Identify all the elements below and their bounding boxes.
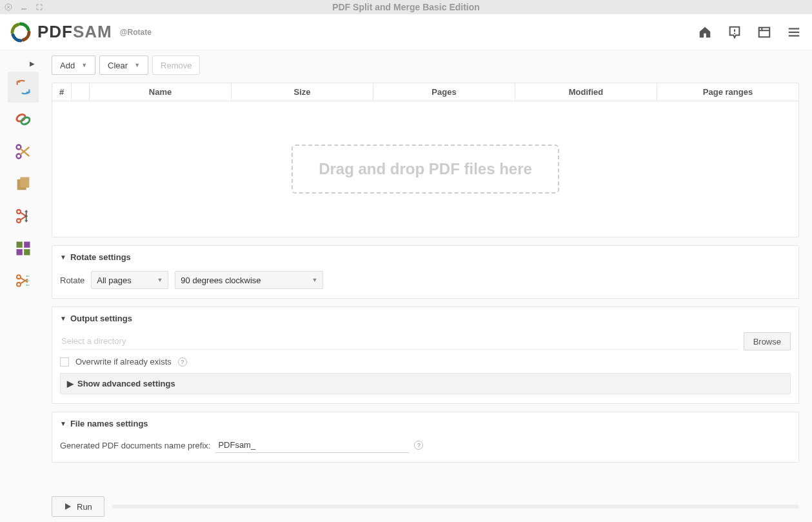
output-settings-panel: ▼ Output settings Browse Overwrite if al…	[52, 306, 799, 404]
sidebar-expand-icon[interactable]: ▶	[0, 55, 46, 71]
sidebar-extract[interactable]	[8, 168, 39, 199]
filenames-settings-panel: ▼ File names settings Generated PDF docu…	[52, 412, 799, 463]
overwrite-label: Overwrite if already exists	[75, 357, 172, 366]
file-table: # Name Size Pages Modified Page ranges D…	[52, 83, 799, 237]
col-modified[interactable]: Modified	[515, 83, 657, 101]
svg-rect-25	[24, 242, 30, 248]
rotate-pages-select[interactable]: All pages▼	[91, 271, 168, 289]
advanced-settings-toggle[interactable]: ▶ Show advanced settings	[60, 373, 791, 394]
footer: Run	[52, 496, 799, 517]
prefix-input[interactable]	[215, 437, 409, 453]
output-panel-toggle[interactable]: ▼ Output settings	[52, 307, 798, 330]
filenames-panel-toggle[interactable]: ▼ File names settings	[52, 412, 798, 435]
col-ranges[interactable]: Page ranges	[657, 83, 798, 101]
sidebar-alternate-mix[interactable]	[8, 233, 39, 264]
caret-down-icon: ▼	[157, 277, 163, 283]
browse-button[interactable]: Browse	[744, 332, 791, 350]
run-button[interactable]: Run	[52, 496, 104, 517]
titlebar: PDF Split and Merge Basic Edition	[0, 0, 812, 14]
rotate-angle-select[interactable]: 90 degrees clockwise▼	[175, 271, 323, 289]
file-toolbar: Add▼ Clear▼ Remove	[52, 55, 799, 75]
overwrite-checkbox[interactable]	[60, 357, 69, 366]
triangle-down-icon: ▼	[60, 420, 66, 427]
drop-hint: Drag and drop PDF files here	[292, 145, 559, 194]
svg-rect-17	[20, 177, 29, 188]
triangle-down-icon: ▼	[60, 254, 66, 261]
svg-rect-26	[17, 249, 23, 255]
log-icon[interactable]	[757, 25, 772, 40]
sidebar-rotate[interactable]	[8, 72, 39, 103]
caret-down-icon: ▼	[312, 277, 317, 283]
window-title: PDF Split and Merge Basic Edition	[332, 2, 480, 12]
triangle-right-icon: ▶	[67, 379, 74, 388]
module-context: @Rotate	[120, 28, 152, 37]
clear-button[interactable]: Clear▼	[99, 55, 148, 75]
sidebar-split-size[interactable]	[8, 265, 39, 296]
progress-bar	[112, 505, 799, 508]
pdfsam-logo-icon	[10, 22, 31, 43]
caret-down-icon: ▼	[81, 62, 87, 68]
main-content: Add▼ Clear▼ Remove # Name Size Pages Mod…	[46, 50, 812, 522]
minimize-window-btn[interactable]	[19, 3, 28, 12]
play-icon	[64, 503, 72, 510]
rotate-settings-panel: ▼ Rotate settings Rotate All pages▼ 90 d…	[52, 245, 799, 299]
add-button[interactable]: Add▼	[52, 55, 95, 75]
remove-button: Remove	[152, 55, 200, 75]
svg-rect-6	[759, 27, 770, 37]
sidebar-merge[interactable]	[8, 104, 39, 135]
col-pages[interactable]: Pages	[373, 83, 515, 101]
svg-point-13	[20, 116, 31, 126]
app-header: PDFSAM @Rotate	[0, 14, 812, 50]
triangle-down-icon: ▼	[60, 315, 66, 322]
col-status[interactable]	[72, 83, 90, 101]
col-size[interactable]: Size	[232, 83, 373, 101]
svg-rect-27	[24, 249, 30, 255]
svg-rect-24	[17, 242, 23, 248]
help-icon[interactable]: ?	[178, 357, 187, 366]
rotate-panel-toggle[interactable]: ▼ Rotate settings	[52, 246, 798, 268]
svg-point-5	[734, 32, 735, 34]
rotate-label: Rotate	[60, 276, 84, 285]
home-icon[interactable]	[697, 25, 713, 40]
notification-icon[interactable]	[727, 25, 742, 40]
menu-icon[interactable]	[786, 25, 802, 40]
col-name[interactable]: Name	[90, 83, 232, 101]
sidebar-split-bookmarks[interactable]	[8, 201, 39, 232]
output-directory-input[interactable]	[60, 333, 740, 350]
help-icon[interactable]: ?	[414, 441, 423, 450]
maximize-window-btn[interactable]	[35, 3, 44, 12]
app-logo-text: PDFSAM	[37, 22, 112, 42]
drop-zone[interactable]: Drag and drop PDF files here	[52, 101, 798, 237]
caret-down-icon: ▼	[134, 62, 140, 68]
sidebar: ▶	[0, 50, 46, 522]
prefix-label: Generated PDF documents name prefix:	[60, 441, 210, 450]
col-index[interactable]: #	[52, 83, 72, 101]
close-window-btn[interactable]	[4, 3, 13, 12]
sidebar-split[interactable]	[8, 136, 39, 167]
